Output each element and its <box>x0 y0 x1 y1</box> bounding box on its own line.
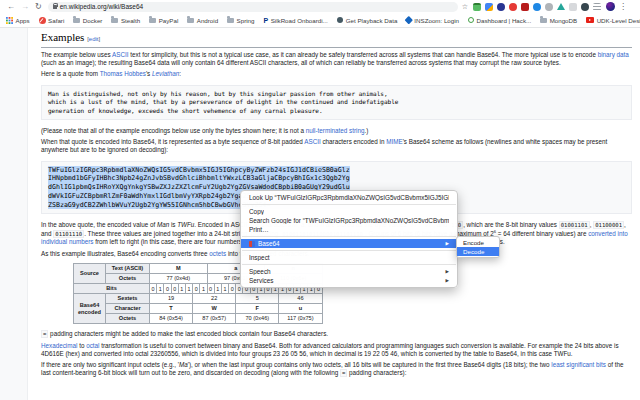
submenu-item-encode[interactable]: Encode <box>457 238 499 247</box>
extension-icon-blue-orange[interactable] <box>485 3 493 11</box>
text-link[interactable]: octal <box>86 342 99 349</box>
submenu-item-decode[interactable]: Decode <box>457 247 499 256</box>
menu-item-services[interactable]: Services ▶ <box>241 276 457 285</box>
text-link[interactable]: ASCII <box>304 138 320 145</box>
sextet-cell: 5 <box>236 294 279 304</box>
bookmark-folder-docker[interactable]: Docker <box>73 17 102 24</box>
text-link[interactable]: binary data <box>598 51 629 58</box>
lock-icon[interactable] <box>53 5 57 9</box>
table-row: Base64 encoded Sextets 19 22 5 46 <box>74 294 323 304</box>
bit-cell: 0 <box>150 284 157 294</box>
menu-item-label: Copy <box>249 208 264 215</box>
extension-icon-gray-circle[interactable] <box>545 3 553 11</box>
bookmarks-bar: Apps Safari Docker Stealth PayPal Androi… <box>0 13 640 28</box>
quote-text: Man is distinguished, not only by his re… <box>48 90 398 113</box>
menu-item-label: Speech <box>249 268 271 275</box>
extension-icon-green-tv[interactable] <box>473 3 481 11</box>
extensions-row <box>473 3 601 11</box>
menu-item-look-up[interactable]: Look Up “TWFuIGlzIGRpc3RpbmdlaXNoZWQsIG5… <box>241 193 457 202</box>
text-segment: to <box>77 342 86 349</box>
menu-item-inspect[interactable]: Inspect <box>241 253 457 262</box>
menu-item-copy[interactable]: Copy <box>241 207 457 216</box>
address-bar[interactable]: en.wikipedia.org/wiki/Base64 <box>48 2 458 12</box>
bookmark-star-icon[interactable]: ☆ <box>462 3 468 11</box>
sextet-cell: 19 <box>150 294 193 304</box>
text-segment: (Please note that all of the example enc… <box>41 127 306 134</box>
menu-item-speech[interactable]: Speech ▶ <box>241 267 457 276</box>
bookmark-label: SilkRoad Onboardi... <box>271 17 328 24</box>
text-segment: 01100001 <box>593 221 624 229</box>
sidebar-rail <box>0 28 28 400</box>
folder-icon <box>187 18 194 23</box>
extension-icon-list-lines[interactable] <box>593 3 601 11</box>
green-ring-icon <box>468 17 474 23</box>
url-text[interactable]: en.wikipedia.org/wiki/Base64 <box>60 2 143 12</box>
text-link[interactable]: MIME <box>386 138 402 145</box>
bookmark-playback-data[interactable]: Get Playback Data <box>337 17 398 24</box>
menu-item-search-google[interactable]: Search Google for “TWFuIGlzIGRpc3Rpbmdla… <box>241 216 457 225</box>
text-segment: padding characters): <box>347 369 406 376</box>
forward-icon[interactable]: → <box>21 0 29 13</box>
text-link[interactable]: octets <box>209 250 226 257</box>
safari-icon <box>39 17 46 24</box>
extension-icon-gray-square[interactable] <box>569 3 577 11</box>
text-link[interactable]: Hexadecimal <box>41 342 77 349</box>
bookmark-label: PayPal <box>159 17 179 24</box>
back-icon[interactable]: ← <box>7 0 15 13</box>
base64-extension-icon <box>249 241 255 247</box>
submenu-arrow-icon: ▶ <box>446 241 449 246</box>
bookmark-label: Docker <box>83 17 103 24</box>
profile-avatar[interactable] <box>606 2 615 11</box>
menu-item-print[interactable]: Print… <box>241 225 457 234</box>
bits-header: Bits <box>74 284 150 294</box>
encoded-octet-cell: 84 (0x54) <box>150 314 193 324</box>
browser-menu-kebab-icon[interactable]: ⋮ <box>619 0 627 13</box>
menu-item-label: Base64 <box>258 240 280 247</box>
text-segment: Man <box>157 221 169 228</box>
text-segment: The example below uses <box>41 51 112 58</box>
menu-item-base64[interactable]: Base64 ▶ <box>241 239 457 248</box>
table-row: Octets 84 (0x54) 87 (0x57) 70 (0x46) 117… <box>74 314 323 324</box>
blue-diamond-icon <box>405 16 413 24</box>
bookmark-folder-stealth[interactable]: Stealth <box>111 17 140 24</box>
bit-cell: 0 <box>171 284 178 294</box>
bit-cell: 1 <box>221 284 228 294</box>
bookmark-dashboard[interactable]: Dashboard | Hack... <box>468 17 531 24</box>
extension-icon-dark-circle[interactable] <box>581 3 589 11</box>
text-link[interactable]: Leviathan <box>152 70 179 77</box>
folder-icon <box>111 18 118 23</box>
edit-link[interactable]: edit <box>89 36 99 42</box>
menu-item-label: Look Up “TWFuIGlzIGRpc3RpbmdlaXNoZWQsIG5… <box>249 194 449 201</box>
bookmark-safari[interactable]: Safari <box>39 17 65 24</box>
text-link[interactable]: least significant bits <box>551 361 606 368</box>
bookmark-folder-paypal[interactable]: PayPal <box>149 17 178 24</box>
extension-icon-navy-circle[interactable] <box>497 3 505 11</box>
text-link[interactable]: ASCII <box>112 51 128 58</box>
menu-separator <box>242 264 456 265</box>
extension-icon-red-circle[interactable] <box>509 3 517 11</box>
extension-icon-blue-circle[interactable] <box>533 3 541 11</box>
bookmark-label: Android <box>197 17 218 24</box>
bit-cell: 1 <box>185 284 192 294</box>
bookmark-folder-spring[interactable]: Spring <box>227 17 254 24</box>
bookmark-inszoom[interactable]: INSZoom: Login <box>406 17 459 24</box>
octet-cell: 77 (0x4d) <box>150 274 208 284</box>
sextets-header: Sextets <box>106 294 150 304</box>
extension-icon-adobe[interactable] <box>521 3 529 11</box>
bit-cell: 1 <box>214 284 221 294</box>
base64-submenu: Encode Decode <box>456 236 500 258</box>
menu-item-label: Inspect <box>249 254 270 261</box>
text-link[interactable]: Thomas Hobbes <box>100 70 146 77</box>
bookmark-folder-mongodb[interactable]: MongoDB <box>540 17 577 24</box>
bookmark-apps[interactable]: Apps <box>6 17 30 24</box>
bit-cell: 0 <box>207 284 214 294</box>
extension-icon-teal-arrow[interactable] <box>557 3 565 10</box>
bookmark-folder-android[interactable]: Android <box>187 17 218 24</box>
submenu-arrow-icon: ▶ <box>446 269 449 274</box>
table-row: Character T W F u <box>74 304 323 314</box>
paragraph-intro: The example below uses ASCII text for si… <box>41 51 632 67</box>
text-link[interactable]: null-terminated string <box>306 127 365 134</box>
reload-icon[interactable]: ↻ <box>35 0 42 13</box>
bookmark-silkroad[interactable]: P SilkRoad Onboardi... <box>263 17 327 24</box>
bookmark-udk-level[interactable]: UDK-Level Desi... <box>586 17 640 24</box>
